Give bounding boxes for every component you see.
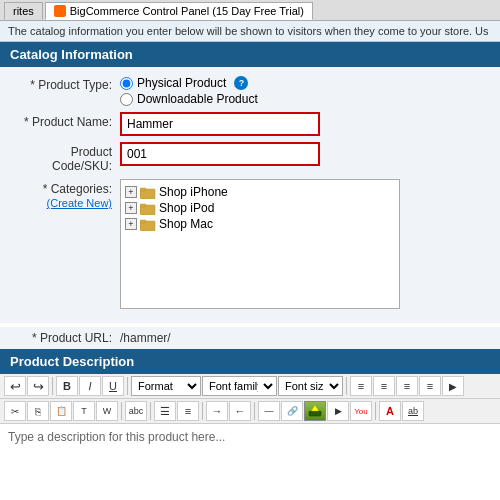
- toolbar-sep-6: [202, 402, 203, 420]
- bullet-list-button[interactable]: ☰: [154, 401, 176, 421]
- product-code-row: Product Code/SKU:: [10, 142, 490, 173]
- tree-expander-2[interactable]: +: [125, 202, 137, 214]
- toolbar-sep-2: [127, 377, 128, 395]
- product-url-value: /hammer/: [120, 331, 171, 345]
- outdent-button[interactable]: ←: [229, 401, 251, 421]
- description-section: Product Description ↩ ↪ B I U Format Fon…: [0, 349, 500, 454]
- bold-button[interactable]: B: [56, 376, 78, 396]
- info-text: The catalog information you enter below …: [8, 25, 489, 37]
- help-icon: ?: [234, 76, 248, 90]
- category-name-1: Shop iPhone: [159, 185, 228, 199]
- description-title: Product Description: [10, 354, 134, 369]
- svg-rect-6: [309, 411, 321, 416]
- list-item: + Shop iPod: [125, 200, 395, 216]
- product-url-label: * Product URL:: [10, 331, 120, 345]
- list-item: + Shop Mac: [125, 216, 395, 232]
- product-type-control: Physical Product ? Downloadable Product: [120, 75, 490, 106]
- category-tree[interactable]: + Shop iPhone + Shop iPod +: [120, 179, 400, 309]
- product-code-control: [120, 142, 490, 166]
- media-button[interactable]: ▶: [327, 401, 349, 421]
- copy-button[interactable]: ⎘: [27, 401, 49, 421]
- font-color-button[interactable]: A: [379, 401, 401, 421]
- tab2-label: BigCommerce Control Panel (15 Day Free T…: [70, 5, 304, 17]
- editor-toolbar-row2: ✂ ⎘ 📋 T W abc ☰ ≡ → ← — 🔗 ▶ You A ab: [0, 399, 500, 424]
- align-left-button[interactable]: ≡: [350, 376, 372, 396]
- youtube-button[interactable]: You: [350, 401, 372, 421]
- align-right-button[interactable]: ≡: [396, 376, 418, 396]
- redo-button[interactable]: ↪: [27, 376, 49, 396]
- categories-row: * Categories: (Create New) + Shop iPhone…: [10, 179, 490, 309]
- highlight-button[interactable]: ab: [402, 401, 424, 421]
- tab1-label: rites: [13, 5, 34, 17]
- format-select[interactable]: Format: [131, 376, 201, 396]
- create-new-link[interactable]: (Create New): [47, 197, 112, 209]
- font-family-select[interactable]: Font family: [202, 376, 277, 396]
- tree-expander-1[interactable]: +: [125, 186, 137, 198]
- product-url-row: * Product URL: /hammer/: [0, 327, 500, 349]
- toolbar-sep-4: [121, 402, 122, 420]
- product-name-label: * Product Name:: [10, 112, 120, 129]
- categories-control: + Shop iPhone + Shop iPod +: [120, 179, 490, 309]
- category-name-2: Shop iPod: [159, 201, 214, 215]
- svg-marker-7: [311, 405, 319, 411]
- underline-button[interactable]: U: [102, 376, 124, 396]
- paste-button[interactable]: 📋: [50, 401, 72, 421]
- product-name-control: [120, 112, 490, 136]
- cut-button[interactable]: ✂: [4, 401, 26, 421]
- description-header: Product Description: [0, 349, 500, 374]
- folder-icon: [140, 218, 156, 231]
- undo-button[interactable]: ↩: [4, 376, 26, 396]
- folder-icon: [140, 202, 156, 215]
- catalog-form: * Product Type: Physical Product ? Downl…: [0, 67, 500, 323]
- align-justify-button[interactable]: ≡: [419, 376, 441, 396]
- tree-expander-3[interactable]: +: [125, 218, 137, 230]
- svg-rect-5: [140, 220, 146, 223]
- category-name-3: Shop Mac: [159, 217, 213, 231]
- physical-label: Physical Product: [137, 76, 226, 90]
- physical-product-radio[interactable]: Physical Product ?: [120, 76, 490, 90]
- svg-rect-1: [140, 188, 146, 191]
- downloadable-label: Downloadable Product: [137, 92, 258, 106]
- product-name-row: * Product Name:: [10, 112, 490, 136]
- folder-icon: [140, 186, 156, 199]
- catalog-title: Catalog Information: [10, 47, 133, 62]
- bc-icon: [54, 5, 66, 17]
- downloadable-radio-input[interactable]: [120, 93, 133, 106]
- spellcheck-button[interactable]: abc: [125, 401, 147, 421]
- indent-button[interactable]: →: [206, 401, 228, 421]
- browser-tab-2[interactable]: BigCommerce Control Panel (15 Day Free T…: [45, 2, 313, 20]
- categories-label: * Categories: (Create New): [10, 179, 120, 210]
- align-center-button[interactable]: ≡: [373, 376, 395, 396]
- link-button[interactable]: 🔗: [281, 401, 303, 421]
- svg-rect-3: [140, 204, 146, 207]
- physical-radio-input[interactable]: [120, 77, 133, 90]
- numbered-list-button[interactable]: ≡: [177, 401, 199, 421]
- info-banner: The catalog information you enter below …: [0, 21, 500, 42]
- toolbar-sep-5: [150, 402, 151, 420]
- font-size-select[interactable]: Font size: [278, 376, 343, 396]
- toolbar-sep-7: [254, 402, 255, 420]
- browser-tab-1[interactable]: rites: [4, 2, 43, 20]
- product-code-input[interactable]: [120, 142, 320, 166]
- product-type-label: * Product Type:: [10, 75, 120, 92]
- italic-button[interactable]: I: [79, 376, 101, 396]
- hr-button[interactable]: —: [258, 401, 280, 421]
- paste-word-button[interactable]: W: [96, 401, 118, 421]
- product-type-row: * Product Type: Physical Product ? Downl…: [10, 75, 490, 106]
- toolbar-sep-8: [375, 402, 376, 420]
- toolbar-sep-1: [52, 377, 53, 395]
- editor-placeholder: Type a description for this product here…: [8, 430, 225, 444]
- list-item: + Shop iPhone: [125, 184, 395, 200]
- product-code-label: Product Code/SKU:: [10, 142, 120, 173]
- product-name-input[interactable]: [120, 112, 320, 136]
- toolbar-sep-3: [346, 377, 347, 395]
- catalog-section-header: Catalog Information: [0, 42, 500, 67]
- upload-image-button[interactable]: [304, 401, 326, 421]
- downloadable-product-radio[interactable]: Downloadable Product: [120, 92, 490, 106]
- editor-toolbar-row1: ↩ ↪ B I U Format Font family Font size ≡…: [0, 374, 500, 399]
- paste-text-button[interactable]: T: [73, 401, 95, 421]
- more-button[interactable]: ▶: [442, 376, 464, 396]
- editor-content[interactable]: Type a description for this product here…: [0, 424, 500, 454]
